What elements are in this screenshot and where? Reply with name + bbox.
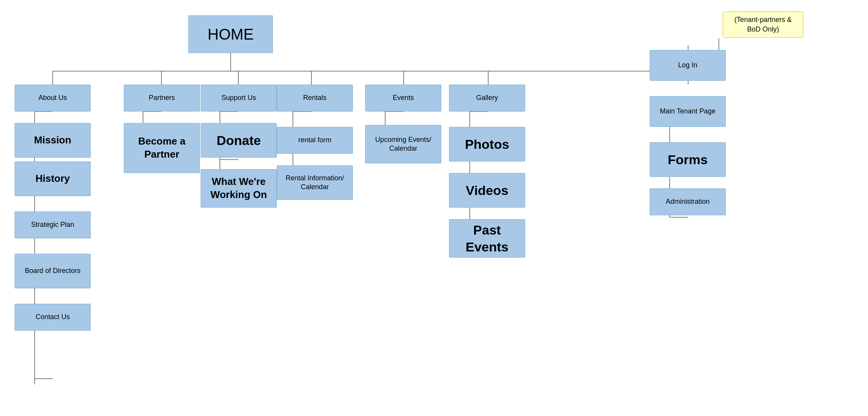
events-node[interactable]: Events	[365, 85, 441, 111]
tenant-tooltip: (Tenant-partners & BoD Only)	[723, 12, 803, 38]
rental-form-node[interactable]: rental form	[277, 127, 353, 154]
upcoming-events-node[interactable]: Upcoming Events/ Calendar	[365, 125, 441, 163]
working-on-node[interactable]: What We're Working On	[201, 169, 277, 208]
become-partner-node[interactable]: Become a Partner	[124, 123, 200, 173]
photos-node[interactable]: Photos	[449, 127, 525, 161]
contact-us-node[interactable]: Contact Us	[15, 304, 91, 331]
history-node[interactable]: History	[15, 161, 91, 196]
about-us-node[interactable]: About Us	[15, 85, 91, 111]
strategic-plan-node[interactable]: Strategic Plan	[15, 211, 91, 238]
mission-node[interactable]: Mission	[15, 123, 91, 158]
support-us-node[interactable]: Support Us	[201, 85, 277, 111]
partners-node[interactable]: Partners	[124, 85, 200, 111]
board-of-directors-node[interactable]: Board of Directors	[15, 254, 91, 288]
rentals-node[interactable]: Rentals	[277, 85, 353, 111]
main-tenant-page-node[interactable]: Main Tenant Page	[650, 96, 726, 127]
gallery-node[interactable]: Gallery	[449, 85, 525, 111]
forms-node[interactable]: Forms	[650, 142, 726, 177]
videos-node[interactable]: Videos	[449, 173, 525, 208]
rental-info-node[interactable]: Rental Information/ Calendar	[277, 165, 353, 200]
administration-node[interactable]: Administration	[650, 188, 726, 215]
home-node[interactable]: HOME	[188, 15, 273, 53]
donate-node[interactable]: Donate	[201, 123, 277, 158]
log-in-node[interactable]: Log In	[650, 50, 726, 81]
past-events-node[interactable]: Past Events	[449, 219, 525, 258]
